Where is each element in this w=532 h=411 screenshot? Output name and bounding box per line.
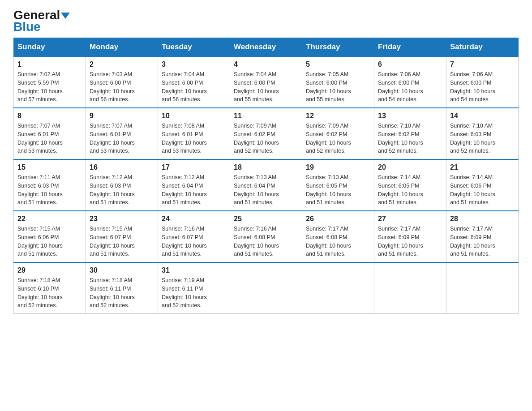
day-info: Sunrise: 7:03 AM Sunset: 6:00 PM Dayligh… (90, 70, 154, 104)
day-number: 27 (378, 215, 442, 223)
day-number: 22 (17, 215, 82, 223)
calendar-day-cell: 26 Sunrise: 7:17 AM Sunset: 6:08 PM Dayl… (302, 211, 374, 262)
day-info: Sunrise: 7:12 AM Sunset: 6:03 PM Dayligh… (90, 173, 154, 207)
calendar-day-cell: 4 Sunrise: 7:04 AM Sunset: 6:00 PM Dayli… (230, 56, 302, 108)
day-number: 6 (378, 60, 442, 68)
calendar-day-header: Thursday (302, 38, 374, 57)
logo-blue-text: Blue (13, 20, 41, 34)
day-number: 31 (162, 266, 226, 274)
calendar-day-cell: 23 Sunrise: 7:15 AM Sunset: 6:07 PM Dayl… (86, 211, 158, 262)
calendar-day-cell: 1 Sunrise: 7:02 AM Sunset: 5:59 PM Dayli… (14, 56, 86, 108)
day-number: 3 (162, 60, 226, 68)
day-number: 30 (90, 266, 154, 274)
day-info: Sunrise: 7:10 AM Sunset: 6:03 PM Dayligh… (450, 122, 515, 155)
calendar-day-cell: 15 Sunrise: 7:11 AM Sunset: 6:03 PM Dayl… (14, 159, 86, 211)
day-info: Sunrise: 7:09 AM Sunset: 6:02 PM Dayligh… (234, 122, 298, 155)
day-number: 11 (234, 112, 298, 120)
calendar-day-header: Tuesday (158, 38, 230, 57)
day-info: Sunrise: 7:07 AM Sunset: 6:01 PM Dayligh… (90, 122, 154, 155)
day-info: Sunrise: 7:04 AM Sunset: 6:00 PM Dayligh… (234, 70, 298, 104)
calendar-day-cell: 27 Sunrise: 7:17 AM Sunset: 6:09 PM Dayl… (374, 211, 446, 262)
day-info: Sunrise: 7:13 AM Sunset: 6:04 PM Dayligh… (234, 173, 298, 207)
day-info: Sunrise: 7:17 AM Sunset: 6:08 PM Dayligh… (306, 225, 370, 258)
calendar-day-cell: 31 Sunrise: 7:19 AM Sunset: 6:11 PM Dayl… (158, 262, 230, 314)
day-info: Sunrise: 7:05 AM Sunset: 6:00 PM Dayligh… (306, 70, 370, 104)
calendar-week-row: 15 Sunrise: 7:11 AM Sunset: 6:03 PM Dayl… (14, 159, 519, 211)
day-info: Sunrise: 7:14 AM Sunset: 6:06 PM Dayligh… (450, 173, 515, 207)
day-number: 7 (450, 60, 515, 68)
calendar-day-cell: 14 Sunrise: 7:10 AM Sunset: 6:03 PM Dayl… (446, 108, 519, 159)
day-info: Sunrise: 7:15 AM Sunset: 6:07 PM Dayligh… (90, 225, 154, 258)
day-number: 23 (90, 215, 154, 223)
calendar-day-cell (446, 262, 519, 314)
day-info: Sunrise: 7:18 AM Sunset: 6:10 PM Dayligh… (17, 276, 82, 310)
calendar-day-header: Friday (374, 38, 446, 57)
calendar-day-cell: 8 Sunrise: 7:07 AM Sunset: 6:01 PM Dayli… (14, 108, 86, 159)
calendar-day-header: Sunday (14, 38, 86, 57)
day-info: Sunrise: 7:16 AM Sunset: 6:07 PM Dayligh… (162, 225, 226, 258)
calendar-day-cell: 19 Sunrise: 7:13 AM Sunset: 6:05 PM Dayl… (302, 159, 374, 211)
calendar-day-cell: 24 Sunrise: 7:16 AM Sunset: 6:07 PM Dayl… (158, 211, 230, 262)
day-number: 4 (234, 60, 298, 68)
page-header: General Blue (13, 9, 519, 33)
calendar-day-cell: 12 Sunrise: 7:09 AM Sunset: 6:02 PM Dayl… (302, 108, 374, 159)
calendar-day-header: Saturday (446, 38, 519, 57)
day-number: 1 (17, 60, 82, 68)
calendar-day-cell (302, 262, 374, 314)
calendar-day-cell: 28 Sunrise: 7:17 AM Sunset: 6:09 PM Dayl… (446, 211, 519, 262)
calendar-day-cell: 17 Sunrise: 7:12 AM Sunset: 6:04 PM Dayl… (158, 159, 230, 211)
day-number: 13 (378, 112, 442, 120)
day-number: 21 (450, 163, 515, 171)
calendar-day-cell: 13 Sunrise: 7:10 AM Sunset: 6:02 PM Dayl… (374, 108, 446, 159)
day-info: Sunrise: 7:10 AM Sunset: 6:02 PM Dayligh… (378, 122, 442, 155)
day-number: 20 (378, 163, 442, 171)
calendar-day-header: Wednesday (230, 38, 302, 57)
day-number: 16 (90, 163, 154, 171)
calendar-day-cell: 20 Sunrise: 7:14 AM Sunset: 6:05 PM Dayl… (374, 159, 446, 211)
day-info: Sunrise: 7:14 AM Sunset: 6:05 PM Dayligh… (378, 173, 442, 207)
day-info: Sunrise: 7:17 AM Sunset: 6:09 PM Dayligh… (378, 225, 442, 258)
logo-triangle-icon (61, 13, 70, 19)
day-number: 17 (162, 163, 226, 171)
day-info: Sunrise: 7:13 AM Sunset: 6:05 PM Dayligh… (306, 173, 370, 207)
calendar-day-cell: 10 Sunrise: 7:08 AM Sunset: 6:01 PM Dayl… (158, 108, 230, 159)
calendar-day-cell: 3 Sunrise: 7:04 AM Sunset: 6:00 PM Dayli… (158, 56, 230, 108)
calendar-week-row: 1 Sunrise: 7:02 AM Sunset: 5:59 PM Dayli… (14, 56, 519, 108)
day-number: 24 (162, 215, 226, 223)
calendar-day-cell: 21 Sunrise: 7:14 AM Sunset: 6:06 PM Dayl… (446, 159, 519, 211)
calendar-table: SundayMondayTuesdayWednesdayThursdayFrid… (13, 38, 519, 314)
day-number: 15 (17, 163, 82, 171)
day-info: Sunrise: 7:09 AM Sunset: 6:02 PM Dayligh… (306, 122, 370, 155)
day-number: 14 (450, 112, 515, 120)
day-number: 29 (17, 266, 82, 274)
day-info: Sunrise: 7:19 AM Sunset: 6:11 PM Dayligh… (162, 276, 226, 310)
calendar-day-cell (230, 262, 302, 314)
calendar-week-row: 8 Sunrise: 7:07 AM Sunset: 6:01 PM Dayli… (14, 108, 519, 159)
day-number: 12 (306, 112, 370, 120)
day-number: 9 (90, 112, 154, 120)
calendar-day-cell: 5 Sunrise: 7:05 AM Sunset: 6:00 PM Dayli… (302, 56, 374, 108)
day-info: Sunrise: 7:06 AM Sunset: 6:00 PM Dayligh… (450, 70, 515, 104)
day-number: 2 (90, 60, 154, 68)
day-info: Sunrise: 7:18 AM Sunset: 6:11 PM Dayligh… (90, 276, 154, 310)
calendar-week-row: 22 Sunrise: 7:15 AM Sunset: 6:06 PM Dayl… (14, 211, 519, 262)
day-number: 19 (306, 163, 370, 171)
day-number: 8 (17, 112, 82, 120)
calendar-day-cell: 6 Sunrise: 7:06 AM Sunset: 6:00 PM Dayli… (374, 56, 446, 108)
calendar-day-header: Monday (86, 38, 158, 57)
day-info: Sunrise: 7:04 AM Sunset: 6:00 PM Dayligh… (162, 70, 226, 104)
calendar-day-cell: 25 Sunrise: 7:16 AM Sunset: 6:08 PM Dayl… (230, 211, 302, 262)
day-info: Sunrise: 7:17 AM Sunset: 6:09 PM Dayligh… (450, 225, 515, 258)
day-number: 18 (234, 163, 298, 171)
calendar-day-cell: 30 Sunrise: 7:18 AM Sunset: 6:11 PM Dayl… (86, 262, 158, 314)
day-info: Sunrise: 7:02 AM Sunset: 5:59 PM Dayligh… (17, 70, 82, 104)
day-info: Sunrise: 7:12 AM Sunset: 6:04 PM Dayligh… (162, 173, 226, 207)
day-number: 26 (306, 215, 370, 223)
calendar-day-cell: 7 Sunrise: 7:06 AM Sunset: 6:00 PM Dayli… (446, 56, 519, 108)
calendar-day-cell: 2 Sunrise: 7:03 AM Sunset: 6:00 PM Dayli… (86, 56, 158, 108)
logo: General Blue (13, 9, 70, 33)
calendar-day-cell: 18 Sunrise: 7:13 AM Sunset: 6:04 PM Dayl… (230, 159, 302, 211)
day-info: Sunrise: 7:16 AM Sunset: 6:08 PM Dayligh… (234, 225, 298, 258)
logo-blue-line: Blue (13, 21, 41, 33)
calendar-day-cell: 22 Sunrise: 7:15 AM Sunset: 6:06 PM Dayl… (14, 211, 86, 262)
